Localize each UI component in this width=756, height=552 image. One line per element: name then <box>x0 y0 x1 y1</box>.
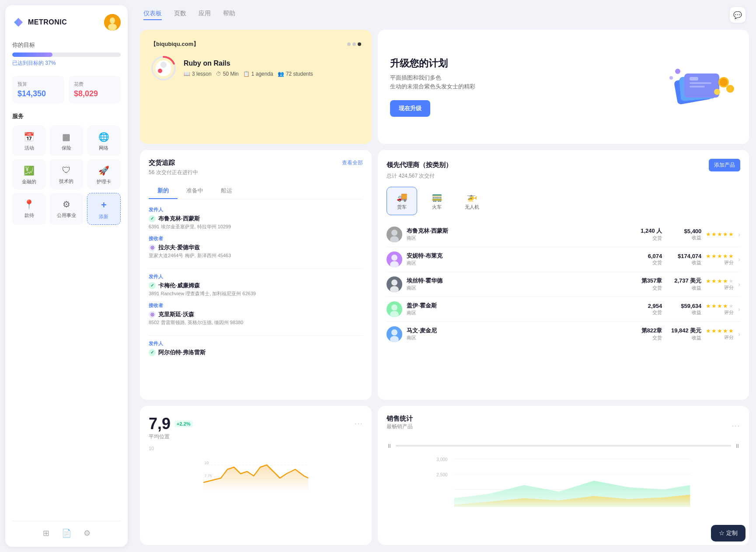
course-card: 【biqubiqu.com】 <box>140 30 372 144</box>
delivery-item-2: 接收者 ◎ 拉尔夫·爱德华兹 里家大道2464号 梅萨, 新泽西州 45463 <box>149 235 363 259</box>
course-meta: 📖 3 lesson ⏱ 50 Min 📋 1 agenda 👥 <box>184 71 361 77</box>
hospitality-label: 款待 <box>24 212 34 219</box>
agent-avatar-1 <box>387 227 402 242</box>
role-sender-1: 发件人 <box>149 206 363 213</box>
service-item-care[interactable]: 🚀 护理卡 <box>87 159 121 189</box>
agent-region-2: 南区 <box>407 260 627 266</box>
layers-icon[interactable]: ⊞ <box>43 528 49 538</box>
agent-trans-label-1: 交货 <box>631 235 662 241</box>
network-label: 网络 <box>99 145 108 151</box>
service-item-hospitality[interactable]: 📍 款待 <box>12 193 46 225</box>
service-item-network[interactable]: 🌐 网络 <box>87 126 121 156</box>
sender-icon-1: ✓ <box>149 215 156 222</box>
slider-track[interactable] <box>396 445 731 447</box>
agent-arrow-1[interactable]: › <box>738 231 740 238</box>
upgrade-button[interactable]: 现在升级 <box>390 100 430 117</box>
course-card-header: 【biqubiqu.com】 <box>150 40 361 48</box>
agents-card: 领先代理商（按类别） 添加产品 总计 424,567 次交付 🚚 货车 🚃 火车… <box>378 150 749 400</box>
tab-shipping[interactable]: 船运 <box>212 183 241 199</box>
svg-point-19 <box>669 76 673 80</box>
agent-stat-3: 第357章 交货 <box>631 277 662 291</box>
cat-tab-train[interactable]: 🚃 火车 <box>422 187 452 215</box>
rating-label-2: 评分 <box>706 259 734 266</box>
students-text: 72 students <box>286 71 313 77</box>
agent-avatar-5 <box>387 326 402 342</box>
agent-arrow-5[interactable]: › <box>738 331 740 338</box>
service-item-finance[interactable]: 💹 金融的 <box>12 159 46 189</box>
agent-rating-3: ★★★★★ 评分 <box>706 278 734 291</box>
agent-arrow-3[interactable]: › <box>738 281 740 288</box>
svg-point-1 <box>110 17 115 24</box>
customize-button[interactable]: ☆ 定制 <box>711 525 746 542</box>
agent-trans-label-3: 交货 <box>631 285 662 291</box>
trend-badge: +2.2% <box>174 420 193 427</box>
course-duration: ⏱ 50 Min <box>216 71 239 77</box>
agent-row-3: 埃丝特·霍华德 南区 第357章 交货 2,737 美元 收益 ★★★★★ 评分 <box>387 272 740 297</box>
delivery-item-3: 发件人 ✓ 卡梅伦·威廉姆森 3891 Ranchview 理查森博士, 加利福… <box>149 273 363 297</box>
course-logo-container <box>150 55 177 81</box>
agent-revenue-5: 19,842 美元 <box>666 327 701 335</box>
add-product-button[interactable]: 添加产品 <box>709 159 740 171</box>
document-icon[interactable]: 📄 <box>62 528 71 538</box>
nav-apps[interactable]: 应用 <box>199 10 211 20</box>
nav-pages[interactable]: 页数 <box>174 10 186 20</box>
sales-more[interactable]: ··· <box>732 422 740 430</box>
receiver-addr-1: 里家大道2464号 梅萨, 新泽西州 45463 <box>149 252 363 259</box>
add-icon: + <box>101 199 107 211</box>
agent-name-3: 埃丝特·霍华德 <box>407 277 627 285</box>
receiver-addr-2: 8502 普雷斯顿路, 英格尔伍德, 缅因州 98380 <box>149 319 363 326</box>
svg-point-22 <box>391 255 397 261</box>
insurance-label: 保险 <box>62 145 71 151</box>
agent-rating-5: ★★★★★ 评分 <box>706 328 734 341</box>
agent-arrow-4[interactable]: › <box>738 306 740 313</box>
nav-help[interactable]: 帮助 <box>223 10 235 20</box>
view-all-link[interactable]: 查看全部 <box>342 159 363 167</box>
activity-icon: 📅 <box>24 132 35 142</box>
sidebar: METRONIC 你的目标 已达到目标的 37% 预算 $14,350 花费 $… <box>5 5 128 547</box>
expense-card: 花费 $8,029 <box>69 76 121 104</box>
avg-value: 7,9 <box>149 415 171 433</box>
lessons-text: 3 lesson <box>192 71 212 77</box>
agent-region-1: 南区 <box>407 235 627 241</box>
delivery-item-1: 发件人 ✓ 布鲁克林·西蒙斯 6391 埃尔金圣塞萨里, 特拉华州 10299 <box>149 206 363 230</box>
agent-stat-1: 1,240 人 交货 <box>631 227 662 241</box>
cat-tab-truck[interactable]: 🚚 货车 <box>387 187 417 215</box>
logo-text: METRONIC <box>28 18 67 26</box>
notification-bell[interactable]: 💬 <box>730 7 746 23</box>
settings-icon[interactable]: ⚙ <box>84 528 91 538</box>
course-dots <box>347 42 361 46</box>
service-item-tech[interactable]: 🛡 技术的 <box>49 159 83 189</box>
avatar[interactable] <box>104 14 121 31</box>
svg-point-6 <box>160 62 167 68</box>
tab-preparing[interactable]: 准备中 <box>178 183 212 199</box>
nav-dashboard[interactable]: 仪表板 <box>143 10 162 20</box>
cat-tab-drone[interactable]: 🚁 无人机 <box>456 187 488 215</box>
tab-new[interactable]: 新的 <box>149 183 178 199</box>
service-item-insurance[interactable]: ▦ 保险 <box>49 126 83 156</box>
sender-name-3: ✓ 阿尔伯特·弗洛雷斯 <box>149 349 363 356</box>
service-item-public[interactable]: ⚙ 公用事业 <box>49 193 83 225</box>
svg-point-24 <box>391 279 397 286</box>
svg-point-23 <box>390 261 399 267</box>
agent-rev-label-3: 收益 <box>666 285 701 291</box>
agent-rev-label-1: 收益 <box>666 234 701 241</box>
agents-header: 领先代理商（按类别） 添加产品 <box>387 159 740 171</box>
agenda-text: 1 agenda <box>251 71 273 77</box>
services-title: 服务 <box>12 112 121 120</box>
sales-subtitle: 最畅销产品 <box>387 423 413 430</box>
agent-money-3: 2,737 美元 收益 <box>666 277 701 291</box>
slider-right-icon: ⏸ <box>735 443 740 449</box>
upgrade-desc-line2: 生动的未混合紫色头发女士的精彩 <box>390 83 475 90</box>
svg-point-15 <box>720 78 728 86</box>
activity-label: 活动 <box>24 145 34 151</box>
rating-label-5: 评分 <box>706 334 734 341</box>
agent-arrow-2[interactable]: › <box>738 256 740 263</box>
service-item-activity[interactable]: 📅 活动 <box>12 126 46 156</box>
agent-row-2: 安妮特·布莱克 南区 6,074 交货 $174,074 收益 ★★★★★ 评分 <box>387 247 740 272</box>
agent-region-4: 南区 <box>407 310 627 316</box>
stats-more[interactable]: ··· <box>355 420 363 428</box>
sales-chart: 3,000 2,500 <box>387 454 740 507</box>
service-item-add[interactable]: + 添新 <box>87 193 121 225</box>
delivery-item-5: 发件人 ✓ 阿尔伯特·弗洛雷斯 <box>149 340 363 356</box>
course-ring-svg <box>150 55 177 81</box>
